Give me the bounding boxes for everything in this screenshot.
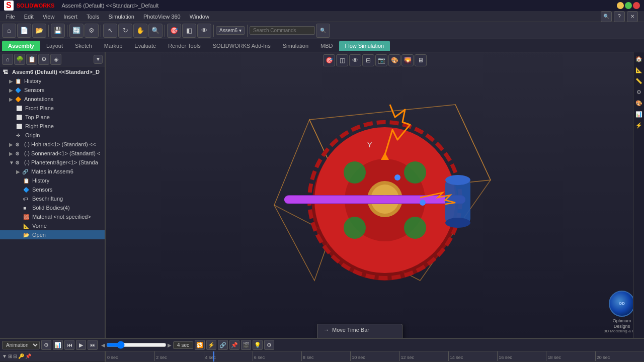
camera-btn[interactable]: 📷 (375, 54, 387, 66)
anim-playback-btn[interactable]: ⏮ (64, 340, 74, 350)
timeline-filter-btn[interactable]: ▼ (2, 353, 7, 359)
loop-btn[interactable]: 🔁 (195, 340, 205, 350)
options-btn[interactable]: ⚙ (85, 24, 99, 38)
menu-edit[interactable]: Edit (20, 13, 38, 21)
menu-photoview[interactable]: PhotoView 360 (139, 13, 185, 21)
anim-toolbar-btn5[interactable]: 💡 (253, 340, 263, 350)
menu-tools[interactable]: Tools (83, 13, 104, 21)
menu-file[interactable]: File (2, 13, 19, 21)
anim-toolbar-btn4[interactable]: 🎬 (241, 340, 251, 350)
tree-item-front-plane[interactable]: ⬜ Front Plane (0, 104, 105, 113)
help-icon[interactable]: ? (614, 11, 625, 22)
maximize-button[interactable] (625, 2, 632, 9)
viewport[interactable]: 🎯 ◫ 👁 ⊟ 📷 🎨 🌄 🖥 (106, 52, 644, 338)
rotate-btn[interactable]: ↻ (118, 24, 132, 38)
appearance-btn[interactable]: 🎨 (388, 54, 400, 66)
tree-item-solid-bodies[interactable]: ■ Solid Bodies(4) (0, 203, 105, 212)
search-btn[interactable]: 🔍 (316, 24, 330, 38)
tab-solidworks-addins[interactable]: SOLIDWORKS Add-Ins (207, 41, 277, 51)
props-btn[interactable]: 📋 (26, 54, 37, 65)
home-tree-btn[interactable]: ⌂ (2, 54, 13, 65)
tab-flow-simulation[interactable]: Flow Simulation (339, 41, 390, 51)
right-icon-4[interactable]: ⚙ (634, 87, 643, 97)
tab-simulation[interactable]: Simulation (277, 41, 314, 51)
animation-type-select[interactable]: Animation Basic Motion (2, 341, 40, 349)
display-mode-btn[interactable]: ◫ (336, 54, 348, 66)
close-button[interactable] (633, 2, 640, 9)
tree-item-planetentrager[interactable]: ▼ ⚙ (-) Planetenträger<1> (Standa (0, 158, 105, 167)
scene-btn[interactable]: 🌄 (401, 54, 414, 66)
menu-simulation[interactable]: Simulation (105, 13, 138, 21)
assembly-dropdown[interactable]: Assem6 ▾ (216, 26, 245, 35)
time-cursor[interactable] (213, 351, 214, 361)
tab-assembly[interactable]: Assembly (2, 41, 40, 51)
time-slider[interactable] (106, 341, 167, 349)
close-panel-icon[interactable]: ✕ (627, 11, 638, 22)
right-icon-7[interactable]: ⚡ (634, 121, 643, 130)
anim-toolbar-btn2[interactable]: 🔗 (218, 340, 228, 350)
context-place-key[interactable]: 🔑 Place Key (317, 335, 402, 338)
view-selector-btn[interactable]: 🎯 (323, 54, 335, 66)
new-btn[interactable]: 📄 (17, 24, 31, 38)
feature-tree-btn[interactable]: 🌳 (14, 54, 25, 65)
anim-settings-btn[interactable]: 📊 (53, 340, 63, 350)
anim-toolbar-btn6[interactable]: ⚙ (264, 340, 274, 350)
section-view-btn[interactable]: ⊟ (362, 54, 374, 66)
context-move-time-bar[interactable]: → Move Time Bar (317, 324, 402, 335)
tree-item-origin[interactable]: ✛ Origin (0, 131, 105, 140)
rebuild-btn[interactable]: 🔄 (69, 24, 84, 38)
hide-show-btn[interactable]: 👁 (197, 24, 211, 38)
tree-item-annotations[interactable]: ▶ 🔶 Annotations (0, 95, 105, 104)
menu-view[interactable]: View (39, 13, 59, 21)
anim-toolbar-btn1[interactable]: ⚡ (206, 340, 216, 350)
tree-item-history[interactable]: ▶ 📋 History (0, 76, 105, 85)
right-icon-3[interactable]: 📏 (634, 76, 643, 85)
menu-window[interactable]: Window (186, 13, 213, 21)
select-btn[interactable]: ↖ (103, 24, 117, 38)
tree-item-vorne[interactable]: 📐 Vorne (0, 221, 105, 230)
tree-header[interactable]: 🏗 Assem6 (Default) <<Standard>_D (0, 67, 105, 76)
config-btn[interactable]: ⚙ (38, 54, 49, 65)
timeline-keys-btn[interactable]: 🔑 (18, 353, 24, 359)
anim-forward-btn[interactable]: ⏭ (88, 340, 98, 350)
anim-toolbar-btn3[interactable]: 📌 (229, 340, 239, 350)
timeline-extra-btn[interactable]: 📌 (25, 353, 31, 359)
tab-render-tools[interactable]: Render Tools (162, 41, 207, 51)
right-icon-2[interactable]: 📐 (634, 65, 643, 74)
tree-item-sensors[interactable]: ▶ 🔷 Sensors (0, 85, 105, 95)
hide-show-btn[interactable]: 👁 (349, 54, 361, 66)
tab-mbd[interactable]: MBD (314, 41, 339, 51)
display-style-btn[interactable]: ◧ (182, 24, 196, 38)
tree-item-mates[interactable]: ▶ 🔗 Mates in Assem6 (0, 167, 105, 176)
pan-btn[interactable]: ✋ (133, 24, 147, 38)
add-motor-btn[interactable]: ⚙ (41, 340, 51, 350)
anim-play-btn[interactable]: ▶ (76, 340, 86, 350)
search-input[interactable] (250, 26, 315, 35)
tree-item-top-plane[interactable]: ⬜ Top Plane (0, 113, 105, 122)
home-btn[interactable]: ⌂ (2, 24, 16, 38)
search-icon[interactable]: 🔍 (601, 11, 612, 22)
tree-item-sub-history[interactable]: 📋 History (0, 176, 105, 185)
display-states-btn[interactable]: ◈ (50, 54, 61, 65)
right-icon-6[interactable]: 📊 (634, 110, 643, 119)
tab-layout[interactable]: Layout (40, 41, 69, 51)
right-icon-5[interactable]: 🎨 (634, 99, 643, 108)
tree-item-open[interactable]: 📂 Open (0, 230, 105, 239)
timeline-expand-btn[interactable]: ⊞ (8, 353, 12, 359)
view-orientation-btn[interactable]: 🎯 (167, 24, 181, 38)
save-btn[interactable]: 💾 (51, 24, 65, 38)
timeline-collapse-btn[interactable]: ⊟ (13, 353, 17, 359)
tab-sketch[interactable]: Sketch (69, 41, 98, 51)
tree-item-sonnenrad[interactable]: ▶ ⚙ (-) Sonnenrad<1> (Standard) < (0, 149, 105, 158)
monitor-btn[interactable]: 🖥 (415, 54, 427, 66)
tab-evaluate[interactable]: Evaluate (128, 41, 162, 51)
tree-item-beschriftung[interactable]: 🏷 Beschriftung (0, 194, 105, 203)
menu-insert[interactable]: Insert (59, 13, 82, 21)
right-icon-1[interactable]: 🏠 (634, 54, 643, 63)
tree-item-sub-sensors[interactable]: 🔷 Sensors (0, 185, 105, 194)
tree-item-right-plane[interactable]: ⬜ Right Plane (0, 122, 105, 131)
minimize-button[interactable] (617, 2, 624, 9)
open-btn[interactable]: 📂 (32, 24, 46, 38)
tab-markup[interactable]: Markup (98, 41, 129, 51)
tree-item-material[interactable]: 🧱 Material <not specified> (0, 212, 105, 221)
